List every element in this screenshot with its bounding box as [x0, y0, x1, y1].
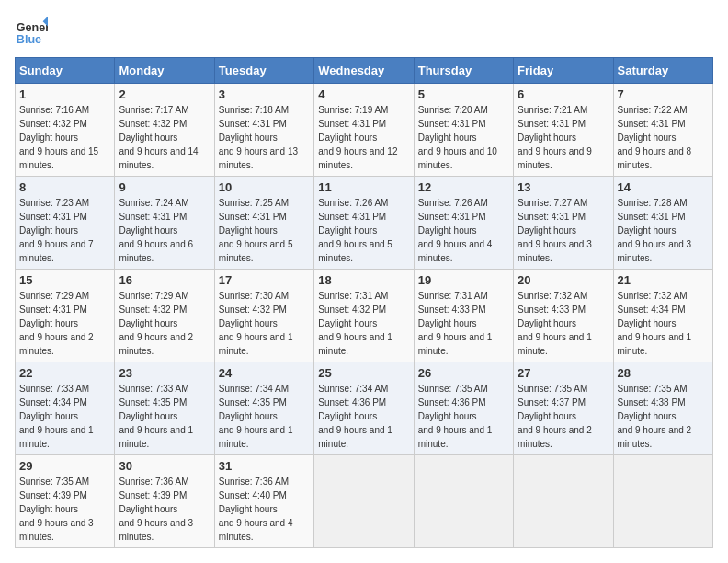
day-info: Sunrise: 7:26 AM Sunset: 4:31 PM Dayligh…: [418, 196, 509, 265]
calendar-week-row: 1 Sunrise: 7:16 AM Sunset: 4:32 PM Dayli…: [16, 84, 713, 177]
day-number: 28: [618, 366, 709, 380]
calendar-week-row: 8 Sunrise: 7:23 AM Sunset: 4:31 PM Dayli…: [16, 177, 713, 270]
calendar-cell: [314, 455, 414, 548]
logo-icon: General Blue: [15, 15, 48, 48]
calendar-cell: 28 Sunrise: 7:35 AM Sunset: 4:38 PM Dayl…: [613, 362, 712, 455]
day-number: 11: [318, 180, 409, 194]
day-number: 20: [518, 273, 609, 287]
calendar-cell: 18 Sunrise: 7:31 AM Sunset: 4:32 PM Dayl…: [314, 270, 414, 362]
day-number: 9: [119, 180, 210, 194]
calendar-cell: 3 Sunrise: 7:18 AM Sunset: 4:31 PM Dayli…: [214, 84, 313, 177]
day-info: Sunrise: 7:17 AM Sunset: 4:32 PM Dayligh…: [119, 103, 210, 172]
day-info: Sunrise: 7:35 AM Sunset: 4:36 PM Dayligh…: [418, 382, 509, 451]
day-info: Sunrise: 7:21 AM Sunset: 4:31 PM Dayligh…: [518, 103, 609, 172]
day-info: Sunrise: 7:35 AM Sunset: 4:37 PM Dayligh…: [518, 382, 609, 451]
calendar-cell: [613, 455, 712, 548]
calendar-cell: 25 Sunrise: 7:34 AM Sunset: 4:36 PM Dayl…: [314, 362, 414, 455]
calendar-week-row: 15 Sunrise: 7:29 AM Sunset: 4:31 PM Dayl…: [16, 270, 713, 362]
calendar-cell: 10 Sunrise: 7:25 AM Sunset: 4:31 PM Dayl…: [214, 177, 313, 270]
day-number: 23: [119, 366, 210, 380]
day-header: Saturday: [613, 58, 712, 84]
day-number: 3: [219, 87, 310, 101]
calendar-cell: 29 Sunrise: 7:35 AM Sunset: 4:39 PM Dayl…: [16, 455, 115, 548]
day-number: 29: [19, 459, 110, 473]
day-number: 16: [119, 273, 210, 287]
calendar-cell: 27 Sunrise: 7:35 AM Sunset: 4:37 PM Dayl…: [514, 362, 613, 455]
day-number: 5: [418, 87, 509, 101]
day-info: Sunrise: 7:25 AM Sunset: 4:31 PM Dayligh…: [219, 196, 310, 265]
day-info: Sunrise: 7:29 AM Sunset: 4:31 PM Dayligh…: [19, 289, 110, 358]
calendar-week-row: 29 Sunrise: 7:35 AM Sunset: 4:39 PM Dayl…: [16, 455, 713, 548]
calendar-cell: 5 Sunrise: 7:20 AM Sunset: 4:31 PM Dayli…: [414, 84, 513, 177]
day-info: Sunrise: 7:36 AM Sunset: 4:40 PM Dayligh…: [219, 475, 310, 544]
day-number: 26: [418, 366, 509, 380]
day-number: 15: [19, 273, 110, 287]
calendar-cell: 8 Sunrise: 7:23 AM Sunset: 4:31 PM Dayli…: [16, 177, 115, 270]
calendar-cell: 16 Sunrise: 7:29 AM Sunset: 4:32 PM Dayl…: [115, 270, 214, 362]
calendar-cell: 24 Sunrise: 7:34 AM Sunset: 4:35 PM Dayl…: [214, 362, 313, 455]
day-header: Tuesday: [214, 58, 313, 84]
day-number: 10: [219, 180, 310, 194]
logo: General Blue: [15, 15, 48, 48]
day-number: 17: [219, 273, 310, 287]
calendar-header-row: SundayMondayTuesdayWednesdayThursdayFrid…: [16, 58, 713, 84]
calendar-cell: 13 Sunrise: 7:27 AM Sunset: 4:31 PM Dayl…: [514, 177, 613, 270]
day-number: 12: [418, 180, 509, 194]
calendar-cell: 6 Sunrise: 7:21 AM Sunset: 4:31 PM Dayli…: [514, 84, 613, 177]
calendar-cell: 1 Sunrise: 7:16 AM Sunset: 4:32 PM Dayli…: [16, 84, 115, 177]
day-header: Thursday: [414, 58, 513, 84]
calendar-cell: [414, 455, 513, 548]
day-number: 25: [318, 366, 409, 380]
day-number: 4: [318, 87, 409, 101]
day-number: 18: [318, 273, 409, 287]
day-info: Sunrise: 7:32 AM Sunset: 4:34 PM Dayligh…: [618, 289, 709, 358]
day-number: 22: [19, 366, 110, 380]
calendar-cell: 9 Sunrise: 7:24 AM Sunset: 4:31 PM Dayli…: [115, 177, 214, 270]
calendar-cell: 12 Sunrise: 7:26 AM Sunset: 4:31 PM Dayl…: [414, 177, 513, 270]
day-number: 2: [119, 87, 210, 101]
calendar-body: 1 Sunrise: 7:16 AM Sunset: 4:32 PM Dayli…: [16, 84, 713, 548]
day-info: Sunrise: 7:23 AM Sunset: 4:31 PM Dayligh…: [19, 196, 110, 265]
day-number: 19: [418, 273, 509, 287]
day-number: 7: [618, 87, 709, 101]
header: General Blue: [15, 15, 713, 48]
calendar-cell: 21 Sunrise: 7:32 AM Sunset: 4:34 PM Dayl…: [613, 270, 712, 362]
day-info: Sunrise: 7:32 AM Sunset: 4:33 PM Dayligh…: [518, 289, 609, 358]
day-info: Sunrise: 7:28 AM Sunset: 4:31 PM Dayligh…: [618, 196, 709, 265]
day-number: 30: [119, 459, 210, 473]
calendar-cell: [514, 455, 613, 548]
day-info: Sunrise: 7:31 AM Sunset: 4:32 PM Dayligh…: [318, 289, 409, 358]
day-info: Sunrise: 7:16 AM Sunset: 4:32 PM Dayligh…: [19, 103, 110, 172]
day-info: Sunrise: 7:22 AM Sunset: 4:31 PM Dayligh…: [618, 103, 709, 172]
day-info: Sunrise: 7:33 AM Sunset: 4:35 PM Dayligh…: [119, 382, 210, 451]
day-info: Sunrise: 7:27 AM Sunset: 4:31 PM Dayligh…: [518, 196, 609, 265]
calendar-cell: 11 Sunrise: 7:26 AM Sunset: 4:31 PM Dayl…: [314, 177, 414, 270]
calendar-cell: 4 Sunrise: 7:19 AM Sunset: 4:31 PM Dayli…: [314, 84, 414, 177]
day-info: Sunrise: 7:35 AM Sunset: 4:39 PM Dayligh…: [19, 475, 110, 544]
calendar-cell: 31 Sunrise: 7:36 AM Sunset: 4:40 PM Dayl…: [214, 455, 313, 548]
day-header: Wednesday: [314, 58, 414, 84]
day-info: Sunrise: 7:29 AM Sunset: 4:32 PM Dayligh…: [119, 289, 210, 358]
day-info: Sunrise: 7:35 AM Sunset: 4:38 PM Dayligh…: [618, 382, 709, 451]
day-info: Sunrise: 7:20 AM Sunset: 4:31 PM Dayligh…: [418, 103, 509, 172]
calendar-cell: 14 Sunrise: 7:28 AM Sunset: 4:31 PM Dayl…: [613, 177, 712, 270]
day-number: 21: [618, 273, 709, 287]
day-info: Sunrise: 7:33 AM Sunset: 4:34 PM Dayligh…: [19, 382, 110, 451]
day-number: 27: [518, 366, 609, 380]
calendar-cell: 17 Sunrise: 7:30 AM Sunset: 4:32 PM Dayl…: [214, 270, 313, 362]
day-number: 1: [19, 87, 110, 101]
day-info: Sunrise: 7:34 AM Sunset: 4:36 PM Dayligh…: [318, 382, 409, 451]
calendar-cell: 2 Sunrise: 7:17 AM Sunset: 4:32 PM Dayli…: [115, 84, 214, 177]
day-number: 14: [618, 180, 709, 194]
day-info: Sunrise: 7:18 AM Sunset: 4:31 PM Dayligh…: [219, 103, 310, 172]
day-info: Sunrise: 7:34 AM Sunset: 4:35 PM Dayligh…: [219, 382, 310, 451]
day-info: Sunrise: 7:30 AM Sunset: 4:32 PM Dayligh…: [219, 289, 310, 358]
day-header: Friday: [514, 58, 613, 84]
day-number: 8: [19, 180, 110, 194]
day-info: Sunrise: 7:19 AM Sunset: 4:31 PM Dayligh…: [318, 103, 409, 172]
calendar-table: SundayMondayTuesdayWednesdayThursdayFrid…: [15, 57, 713, 548]
day-info: Sunrise: 7:26 AM Sunset: 4:31 PM Dayligh…: [318, 196, 409, 265]
day-number: 13: [518, 180, 609, 194]
calendar-week-row: 22 Sunrise: 7:33 AM Sunset: 4:34 PM Dayl…: [16, 362, 713, 455]
svg-text:Blue: Blue: [17, 33, 41, 46]
